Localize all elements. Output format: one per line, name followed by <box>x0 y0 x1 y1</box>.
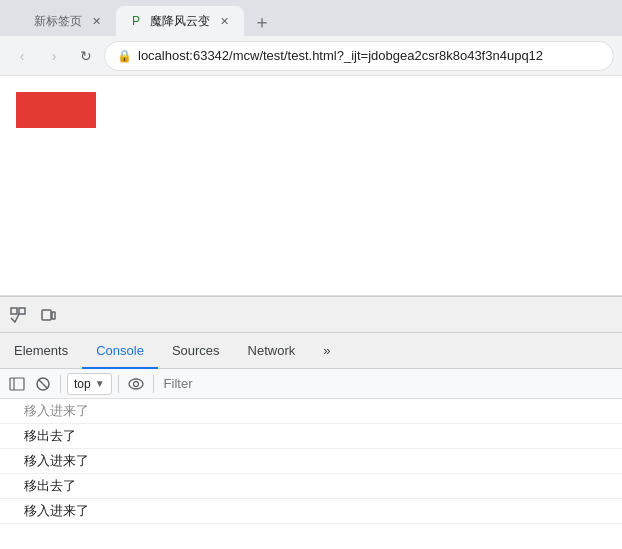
url-text: localhost:63342/mcw/test/test.html?_ijt=… <box>138 48 543 63</box>
context-value: top <box>74 377 91 391</box>
tab-1-close[interactable]: ✕ <box>88 13 104 29</box>
devtools-toolbar: top ▼ <box>0 369 622 399</box>
tab-sources[interactable]: Sources <box>158 333 234 369</box>
context-selector[interactable]: top ▼ <box>67 373 112 395</box>
device-toggle-button[interactable] <box>34 301 62 329</box>
devtools-tabs: Elements Console Sources Network » <box>0 333 622 369</box>
back-icon: ‹ <box>20 48 25 64</box>
tab-2-title: 魔降风云变 <box>150 13 210 30</box>
svg-rect-4 <box>10 378 24 390</box>
tab-console[interactable]: Console <box>82 333 158 369</box>
log-text: 移入进来了 <box>24 402 89 420</box>
page-content <box>0 76 622 296</box>
log-text: 移入进来了 <box>24 452 89 470</box>
log-entry: 移出去了 <box>0 424 622 449</box>
svg-line-7 <box>39 380 47 388</box>
tab-2-close[interactable]: ✕ <box>216 13 232 29</box>
reload-icon: ↻ <box>80 48 92 64</box>
log-entry: 移入进来了 <box>0 499 622 524</box>
tab-1-favicon <box>12 13 28 29</box>
reload-button[interactable]: ↻ <box>72 42 100 70</box>
sidebar-icon <box>9 377 25 391</box>
log-text: 移出去了 <box>24 477 76 495</box>
svg-rect-1 <box>19 308 25 314</box>
log-text: 移入进来了 <box>24 502 89 520</box>
log-entry: 移入进来了 <box>0 449 622 474</box>
svg-point-8 <box>129 379 143 389</box>
console-log-area: 移入进来了 移出去了 移入进来了 移出去了 移入进来了 <box>0 399 622 549</box>
log-entry: 移入进来了 <box>0 399 622 424</box>
tab-bar: 新标签页 ✕ P 魔降风云变 ✕ ＋ <box>0 0 622 36</box>
tab-elements-label: Elements <box>14 343 68 358</box>
clear-icon <box>35 376 51 392</box>
red-box <box>16 92 96 128</box>
browser-chrome: 新标签页 ✕ P 魔降风云变 ✕ ＋ ‹ › ↻ 🔒 localhost:633… <box>0 0 622 76</box>
svg-rect-3 <box>52 312 55 319</box>
tab-elements[interactable]: Elements <box>0 333 82 369</box>
toolbar-divider <box>60 375 61 393</box>
toolbar-divider-2 <box>118 375 119 393</box>
svg-rect-0 <box>11 308 17 314</box>
tab-network-label: Network <box>248 343 296 358</box>
forward-button[interactable]: › <box>40 42 68 70</box>
address-bar: ‹ › ↻ 🔒 localhost:63342/mcw/test/test.ht… <box>0 36 622 76</box>
tab-more-label: » <box>323 343 330 358</box>
filter-input[interactable] <box>160 376 616 391</box>
clear-console-button[interactable] <box>32 373 54 395</box>
log-entry: 移出去了 <box>0 474 622 499</box>
svg-point-9 <box>133 381 138 386</box>
forward-icon: › <box>52 48 57 64</box>
device-toggle-icon <box>40 307 56 323</box>
devtools-header <box>0 297 622 333</box>
lock-icon: 🔒 <box>117 49 132 63</box>
tab-console-label: Console <box>96 343 144 358</box>
tab-2[interactable]: P 魔降风云变 ✕ <box>116 6 244 36</box>
log-text: 移出去了 <box>24 427 76 445</box>
tab-1[interactable]: 新标签页 ✕ <box>0 6 116 36</box>
element-picker-button[interactable] <box>4 301 32 329</box>
tab-2-favicon: P <box>128 13 144 29</box>
devtools-panel: Elements Console Sources Network » <box>0 296 622 549</box>
eye-button[interactable] <box>125 373 147 395</box>
tab-1-title: 新标签页 <box>34 13 82 30</box>
tab-sources-label: Sources <box>172 343 220 358</box>
toolbar-divider-3 <box>153 375 154 393</box>
element-picker-icon <box>10 307 26 323</box>
context-arrow-icon: ▼ <box>95 378 105 389</box>
eye-icon <box>128 378 144 390</box>
back-button[interactable]: ‹ <box>8 42 36 70</box>
svg-rect-2 <box>42 310 51 320</box>
tab-more[interactable]: » <box>309 333 344 369</box>
new-tab-button[interactable]: ＋ <box>248 8 276 36</box>
tab-network[interactable]: Network <box>234 333 310 369</box>
sidebar-toggle-button[interactable] <box>6 373 28 395</box>
url-bar[interactable]: 🔒 localhost:63342/mcw/test/test.html?_ij… <box>104 41 614 71</box>
